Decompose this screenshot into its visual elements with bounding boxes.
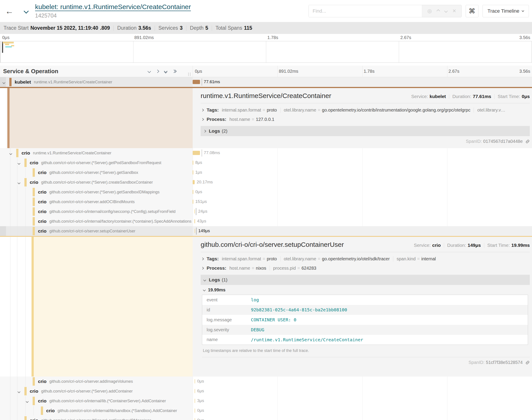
span-row[interactable]: crio github.com/cri-o/cri-o/server.addOC… (0, 197, 532, 207)
span-duration-bar[interactable] (193, 170, 193, 175)
span-duration-bar[interactable] (194, 219, 195, 223)
collapse-chevron-icon[interactable] (18, 161, 20, 165)
span-row[interactable]: crio runtime.v1.RuntimeService/CreateCon… (0, 148, 532, 158)
span-bar-cell[interactable]: 24μs (193, 207, 532, 216)
span-bar-cell[interactable]: 0μs (193, 406, 532, 416)
find-input[interactable] (309, 5, 422, 17)
span-operation: github.com/cri-o/cri-o/server.addOCIBind… (49, 200, 135, 204)
tags-accordion[interactable]: Tags: internal.span.format= proto otel.l… (201, 255, 530, 262)
span-name-cell[interactable]: crio github.com/cri-o/cri-o/internal/lib… (0, 406, 193, 416)
collapse-one-icon[interactable] (148, 70, 151, 73)
trace-title-link[interactable]: kubelet: runtime.v1.RuntimeService/Creat… (35, 3, 191, 10)
span-duration-bar[interactable] (195, 229, 195, 233)
span-row[interactable]: crio github.com/cri-o/cri-o/server.(*Ser… (0, 386, 532, 396)
span-name-cell[interactable]: crio github.com/cri-o/cri-o/server.(*Ser… (0, 168, 193, 177)
trace-view-dropdown[interactable]: Trace Timeline (483, 5, 529, 17)
span-name-cell[interactable]: crio github.com/cri-o/cri-o/server.(*Ser… (0, 158, 193, 168)
span-bar-cell[interactable]: 77.08ms (193, 148, 532, 158)
find-clear-icon[interactable]: × (453, 8, 456, 15)
service-operation-title: Service & Operation (3, 68, 58, 75)
span-duration-bar[interactable] (195, 379, 195, 383)
span-operation: github.com/cri-o/cri-o/internal/factory/… (49, 219, 191, 224)
span-bar-cell[interactable]: 3μs (193, 396, 532, 406)
back-button[interactable]: ← (3, 5, 16, 17)
span-bar-cell[interactable]: 0μs (193, 376, 532, 386)
collapse-chevron-icon[interactable] (26, 399, 28, 403)
span-duration-bar[interactable] (194, 209, 195, 213)
span-duration-bar[interactable] (195, 418, 195, 420)
tags-accordion[interactable]: Tags: internal.span.format= proto otel.l… (201, 106, 530, 114)
span-duration-bar[interactable] (193, 161, 193, 165)
span-bar-cell[interactable]: 0μs (193, 187, 532, 197)
span-duration-bar[interactable] (193, 200, 193, 204)
find-next-icon[interactable] (444, 9, 448, 13)
span-name-cell[interactable]: crio github.com/cri-o/cri-o/internal/con… (0, 207, 193, 216)
collapse-chevron-icon[interactable] (10, 151, 12, 155)
span-bar-cell[interactable]: 8μs (193, 158, 532, 168)
span-service: crio (38, 170, 47, 175)
span-row[interactable]: crio github.com/cri-o/cri-o/server.(*Ser… (0, 177, 532, 187)
copy-link-icon[interactable] (525, 139, 530, 144)
span-bar-cell[interactable]: 149μs (193, 226, 532, 236)
collapse-all-icon[interactable] (164, 70, 167, 73)
span-bar-cell[interactable]: 20.17ms (193, 177, 532, 187)
span-duration-bar[interactable] (193, 80, 200, 84)
logs-accordion[interactable]: Logs (1) (201, 275, 530, 285)
span-bar-cell[interactable]: 1μs (193, 168, 532, 177)
span-row[interactable]: crio github.com/cri-o/cri-o/internal/con… (0, 207, 532, 216)
span-bar-cell[interactable]: 0μs (193, 416, 532, 420)
span-duration-bar[interactable] (195, 389, 195, 393)
collapse-trace-chevron-icon[interactable] (22, 11, 31, 13)
span-bar-cell[interactable]: 43μs (193, 216, 532, 226)
find-prev-icon[interactable] (437, 9, 440, 13)
expand-all-icon[interactable] (173, 70, 176, 73)
span-duration-bar[interactable] (195, 399, 195, 403)
logs-accordion[interactable]: Logs (2) (201, 126, 530, 136)
column-resizer-handle[interactable] (188, 73, 190, 76)
span-name-cell[interactable]: crio github.com/cri-o/cri-o/server.setup… (0, 226, 193, 236)
copy-link-icon[interactable] (525, 360, 530, 365)
process-accordion[interactable]: Process: host.name= nixos process.pid= 6… (201, 265, 530, 272)
span-row[interactable]: kubelet runtime.v1.RuntimeService/Create… (0, 77, 532, 87)
service-color-stripe (31, 237, 34, 376)
collapse-chevron-icon[interactable] (18, 181, 20, 185)
span-service: crio (38, 219, 47, 224)
span-bar-cell[interactable]: 77.61ms (193, 77, 532, 87)
span-row[interactable]: crio github.com/cri-o/cri-o/server.(*Ser… (0, 158, 532, 168)
span-name-cell[interactable]: crio runtime.v1.RuntimeService/CreateCon… (0, 148, 193, 158)
span-row[interactable]: crio github.com/cri-o/cri-o/server.(*Ser… (0, 187, 532, 197)
collapse-chevron-icon[interactable] (18, 390, 20, 394)
keyboard-shortcuts-button[interactable]: ⌘ (466, 5, 479, 17)
span-operation: github.com/cri-o/cri-o/internal/lib/sand… (58, 408, 177, 413)
expand-one-icon[interactable] (156, 70, 159, 73)
span-row[interactable]: crio github.com/cri-o/cri-o/server.addIm… (0, 376, 532, 386)
span-duration-bar[interactable] (193, 180, 195, 184)
chevron-down-icon (203, 279, 206, 281)
span-row[interactable]: crio github.com/cri-o/cri-o/internal/lib… (0, 406, 532, 416)
span-row[interactable]: crio github.com/cri-o/cri-o/internal/lib… (0, 396, 532, 406)
span-name-cell[interactable]: crio github.com/cri-o/cri-o/server.addOC… (0, 197, 193, 207)
locate-icon[interactable]: ◎ (427, 8, 432, 14)
span-row[interactable]: crio github.com/cri-o/cri-o/internal/fac… (0, 216, 532, 226)
span-name-cell[interactable]: kubelet runtime.v1.RuntimeService/Create… (0, 77, 193, 87)
collapse-chevron-icon[interactable] (3, 80, 5, 85)
span-name-cell[interactable]: crio github.com/cri-o/cri-o/server.(*Ser… (0, 386, 193, 396)
span-name-cell[interactable]: crio github.com/cri-o/cri-o/internal/fac… (0, 216, 193, 226)
trace-id: 1425704 (35, 13, 191, 19)
span-name-cell[interactable]: crio github.com/cri-o/cri-o/internal/lib… (0, 396, 193, 406)
span-duration-bar[interactable] (195, 408, 195, 413)
span-duration-bar[interactable] (193, 151, 200, 155)
span-name-cell[interactable]: crio github.com/cri-o/cri-o/server.addIm… (0, 376, 193, 386)
span-row[interactable]: crio github.com/cri-o/cri-o/server.(*Ser… (0, 168, 532, 177)
span-duration-bar[interactable] (193, 190, 193, 194)
span-row[interactable]: crio github.com/cri-o/cri-o/server.setup… (0, 226, 532, 236)
span-name-cell[interactable]: crio github.com/cri-o/cri-o/server.(*Ser… (0, 416, 193, 420)
process-accordion[interactable]: Process: host.name= 127.0.0.1 (201, 116, 530, 123)
span-bar-cell[interactable]: 6μs (193, 386, 532, 396)
trace-minimap[interactable] (0, 41, 532, 63)
span-row[interactable]: crio github.com/cri-o/cri-o/server.(*Ser… (0, 416, 532, 420)
span-bar-cell[interactable]: 151μs (193, 197, 532, 207)
log-entry-header[interactable]: 19.99ms (202, 285, 530, 295)
span-name-cell[interactable]: crio github.com/cri-o/cri-o/server.(*Ser… (0, 187, 193, 197)
span-name-cell[interactable]: crio github.com/cri-o/cri-o/server.(*Ser… (0, 177, 193, 187)
